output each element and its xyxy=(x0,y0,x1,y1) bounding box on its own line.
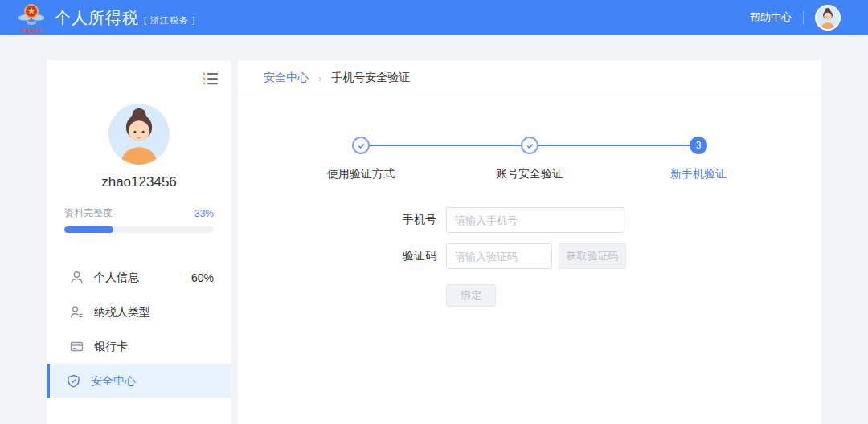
step-account-security-verification: 账号安全验证 xyxy=(521,137,538,154)
list-toggle-icon[interactable] xyxy=(203,71,219,86)
bank-card-icon xyxy=(70,340,84,353)
verification-code-input[interactable] xyxy=(446,243,552,269)
help-center-link[interactable]: 帮助中心 xyxy=(750,10,792,25)
sidebar-item-personal-info[interactable]: 个人信息 60% xyxy=(47,260,231,295)
shield-icon xyxy=(67,374,80,388)
sidebar-item-label: 银行卡 xyxy=(94,340,128,354)
personal-info-percent: 60% xyxy=(191,271,214,284)
phone-input[interactable] xyxy=(446,207,624,233)
check-icon xyxy=(521,137,538,154)
header-divider xyxy=(803,11,804,24)
content-area: zhao123456 资料完整度 33% 个人信息 60% xyxy=(47,60,821,424)
breadcrumb: 安全中心 › 手机号安全验证 xyxy=(238,60,821,96)
profile-block: zhao123456 xyxy=(47,104,231,190)
get-code-button[interactable]: 获取验证码 xyxy=(559,243,626,269)
sidebar-item-label: 安全中心 xyxy=(91,374,136,389)
phone-verification-form: 手机号 验证码 获取验证码 绑定 xyxy=(398,207,821,317)
main-panel: 安全中心 › 手机号安全验证 使用验证方式 账号安全验证 3 新手机验证 xyxy=(238,60,821,424)
user-avatar-sidebar xyxy=(108,104,170,165)
step-use-verification-method: 使用验证方式 xyxy=(352,137,370,154)
phone-label: 手机号 xyxy=(398,213,436,227)
step-label: 账号安全验证 xyxy=(496,167,563,181)
username: zhao123456 xyxy=(47,174,231,190)
app-title: 个人所得税 xyxy=(55,7,139,29)
step-label: 使用验证方式 xyxy=(327,167,395,181)
progress-fill xyxy=(64,226,113,233)
sidebar-item-taxpayer-type[interactable]: 纳税人类型 xyxy=(47,295,231,329)
code-label: 验证码 xyxy=(398,249,436,263)
user-avatar-header[interactable] xyxy=(815,5,841,31)
app-region-tag: [ 浙江税务 ] xyxy=(144,14,195,26)
breadcrumb-separator-icon: › xyxy=(318,72,321,84)
breadcrumb-security-center[interactable]: 安全中心 xyxy=(264,71,309,85)
verification-stepper: 使用验证方式 账号安全验证 3 新手机验证 xyxy=(361,137,698,188)
profile-completeness: 资料完整度 33% xyxy=(47,206,231,233)
app-header: 中国税务 个人所得税 [ 浙江税务 ] 帮助中心 xyxy=(0,0,868,35)
logo-text: 中国税务 xyxy=(20,28,43,35)
tax-emblem-logo: 中国税务 xyxy=(16,2,47,35)
check-icon xyxy=(352,137,370,154)
taxpayer-type-icon xyxy=(70,305,84,319)
user-icon xyxy=(70,271,84,284)
sidebar-item-label: 个人信息 xyxy=(94,271,139,285)
bind-button[interactable]: 绑定 xyxy=(446,284,496,307)
progress-bar xyxy=(64,226,214,233)
profile-sidebar: zhao123456 资料完整度 33% 个人信息 60% xyxy=(47,60,231,424)
sidebar-item-security-center[interactable]: 安全中心 xyxy=(47,364,231,398)
sidebar-menu: 个人信息 60% 纳税人类型 银行卡 xyxy=(47,260,231,398)
sidebar-item-bank-card[interactable]: 银行卡 xyxy=(47,329,231,364)
progress-percent: 33% xyxy=(194,208,214,219)
step-new-phone-verification: 3 新手机验证 xyxy=(690,137,707,154)
step-label: 新手机验证 xyxy=(670,167,727,181)
step-number: 3 xyxy=(690,137,707,154)
sidebar-item-label: 纳税人类型 xyxy=(94,305,150,320)
progress-label: 资料完整度 xyxy=(64,206,113,220)
breadcrumb-current: 手机号安全验证 xyxy=(331,71,410,85)
